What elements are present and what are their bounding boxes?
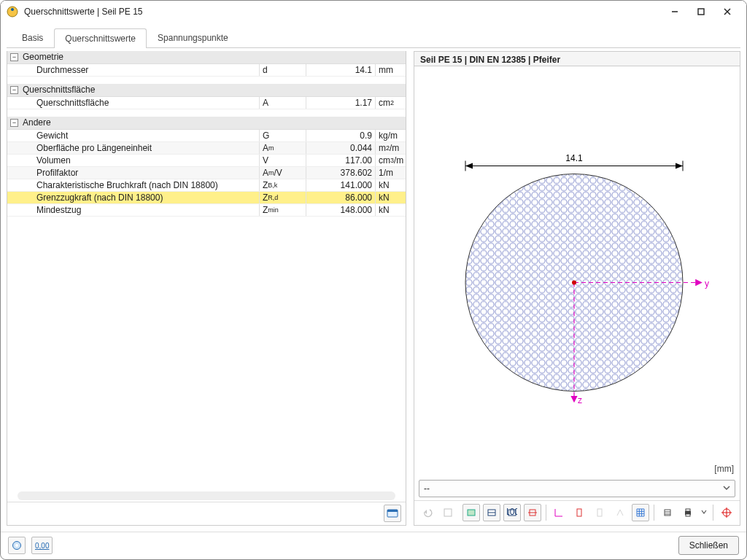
content: Basis Querschnittswerte Spannungspunkte … (1, 23, 746, 532)
prop-symbol: ZR,d (259, 192, 306, 203)
prop-unit: m2/m (375, 142, 406, 154)
tab-querschnittswerte[interactable]: Querschnittswerte (54, 28, 147, 48)
collapse-icon[interactable]: − (10, 86, 18, 94)
svg-rect-16 (468, 510, 475, 516)
export-excel-button[interactable] (384, 505, 401, 522)
show-parts-button[interactable] (591, 504, 608, 521)
show-stress-points-button[interactable] (570, 504, 588, 521)
prop-value: 14.1 (306, 64, 375, 76)
table-row[interactable]: Gewicht G 0.9 kg/m (7, 130, 406, 142)
prop-unit: cm2 (375, 97, 406, 109)
dropdown-value: -- (424, 483, 430, 494)
help-button[interactable] (8, 537, 26, 554)
group-title: Geometrie (23, 52, 63, 62)
prop-name: Durchmesser (7, 64, 259, 76)
svg-rect-32 (686, 514, 690, 516)
app-icon (7, 6, 18, 18)
group-header-geometrie[interactable]: − Geometrie (7, 51, 406, 64)
table-row[interactable]: Profilfaktor Am/V 378.602 1/m (7, 167, 406, 179)
svg-rect-25 (577, 509, 581, 516)
horizontal-scrollbar[interactable] (18, 491, 395, 500)
view-render-button[interactable] (483, 504, 500, 521)
tab-spannungspunkte[interactable]: Spannungspunkte (147, 28, 239, 47)
prop-name: Charakteristische Bruchkraft (nach DIN 1… (7, 179, 259, 191)
table-row[interactable]: Charakteristische Bruchkraft (nach DIN 1… (7, 179, 406, 192)
group-title: Andere (23, 117, 51, 128)
show-axes-button[interactable] (551, 504, 568, 521)
svg-rect-15 (444, 509, 452, 516)
maximize-button[interactable] (688, 3, 714, 20)
group-header-querschnittsflaeche[interactable]: − Querschnittsfläche (7, 84, 406, 97)
table-row-selected[interactable]: Grenzzugkraft (nach DIN 18800) ZR,d 86.0… (7, 192, 406, 204)
preview-toolbar: 100 (414, 500, 740, 525)
svg-rect-3 (698, 9, 704, 15)
decimals-button[interactable]: 0,00 (31, 537, 53, 554)
prop-symbol: G (259, 130, 306, 141)
show-welds-button[interactable] (611, 504, 629, 521)
prop-unit: cm3/m (375, 155, 406, 166)
minimize-button[interactable] (662, 3, 688, 20)
group-header-andere[interactable]: − Andere (7, 117, 406, 130)
zoom-reset-button[interactable] (439, 504, 457, 521)
prop-name: Gewicht (7, 130, 259, 141)
group-geometrie: − Geometrie Durchmesser d 14.1 mm (7, 51, 406, 77)
close-button[interactable] (714, 3, 740, 20)
collapse-icon[interactable]: − (10, 119, 18, 127)
print-button[interactable] (679, 504, 697, 521)
prop-symbol: d (259, 64, 306, 76)
unit-label: [mm] (714, 464, 734, 474)
prop-value: 378.602 (306, 167, 375, 179)
separator (654, 505, 654, 521)
close-dialog-button[interactable]: Schließen (678, 536, 739, 555)
properties-panel: − Geometrie Durchmesser d 14.1 mm (7, 51, 406, 526)
preview-panel: Seil PE 15 | DIN EN 12385 | Pfeifer (414, 51, 740, 526)
table-row[interactable]: Querschnittsfläche A 1.17 cm2 (7, 97, 406, 109)
y-axis-label: y (705, 278, 709, 288)
tab-basis[interactable]: Basis (11, 28, 54, 47)
preview-canvas[interactable]: 14.1 y z [mm] (414, 66, 740, 477)
svg-marker-13 (676, 163, 683, 168)
window-title: Querschnittswerte | Seil PE 15 (24, 7, 662, 17)
panels: − Geometrie Durchmesser d 14.1 mm (7, 51, 740, 526)
prop-name: Oberfläche pro Längeneinheit (7, 142, 259, 154)
stress-point-selector[interactable]: -- (419, 480, 735, 497)
chevron-down-icon[interactable] (700, 507, 708, 519)
svg-marker-12 (465, 163, 473, 168)
prop-symbol: Am/V (259, 167, 306, 179)
show-values-button[interactable]: 100 (503, 504, 521, 521)
collapse-icon[interactable]: − (10, 53, 18, 61)
dimension-line: 14.1 (465, 152, 683, 171)
prop-value: 0.9 (306, 130, 375, 141)
properties-tree[interactable]: − Geometrie Durchmesser d 14.1 mm (7, 51, 406, 491)
preview-header: Seil PE 15 | DIN EN 12385 | Pfeifer (414, 52, 740, 66)
group-andere: − Andere Gewicht G 0.9 kg/m Oberfläche p… (7, 117, 406, 217)
prop-symbol: ZB,k (259, 179, 306, 191)
prop-unit: 1/m (375, 167, 406, 179)
prop-symbol: Zmin (259, 204, 306, 216)
svg-point-1 (11, 8, 14, 11)
z-axis-label: z (578, 394, 582, 405)
chevron-down-icon (723, 483, 730, 494)
table-row[interactable]: Volumen V 117.00 cm3/m (7, 155, 406, 167)
prop-symbol: A (259, 97, 306, 109)
dimension-value: 14.1 (565, 152, 583, 163)
view-solid-button[interactable] (462, 504, 480, 521)
prop-unit: mm (375, 64, 406, 76)
prop-value: 1.17 (306, 97, 375, 109)
prop-value: 117.00 (306, 155, 375, 166)
settings-button[interactable] (659, 504, 676, 521)
undo-button[interactable] (419, 504, 436, 521)
prop-value: 148.000 (306, 204, 375, 216)
target-button[interactable] (718, 504, 735, 521)
titlebar: Querschnittswerte | Seil PE 15 (1, 1, 746, 23)
bottom-bar: 0,00 Schließen (1, 532, 746, 559)
show-dimensions-button[interactable] (524, 504, 541, 521)
table-row[interactable]: Mindestzug Zmin 148.000 kN (7, 204, 406, 217)
table-row[interactable]: Oberfläche pro Längeneinheit Am 0.044 m2… (7, 142, 406, 155)
table-row[interactable]: Durchmesser d 14.1 mm (7, 64, 406, 77)
svg-rect-7 (387, 510, 398, 512)
separator (546, 505, 546, 521)
show-grid-button[interactable] (632, 504, 649, 521)
tab-bar: Basis Querschnittswerte Spannungspunkte (7, 28, 740, 48)
prop-unit: kg/m (375, 130, 406, 141)
